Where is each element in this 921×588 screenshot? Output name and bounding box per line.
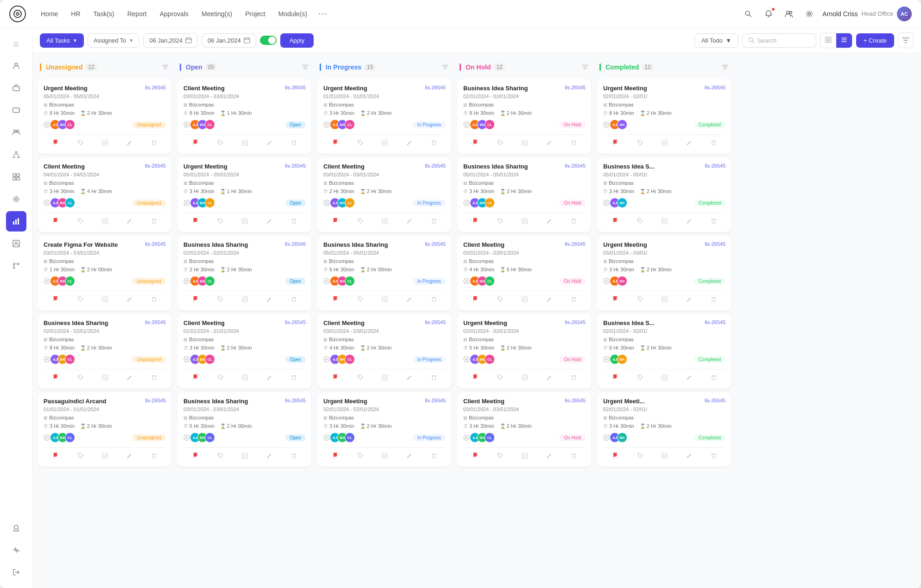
edit-icon[interactable] <box>683 452 695 461</box>
delete-icon[interactable] <box>289 374 299 383</box>
delete-icon[interactable] <box>568 374 579 383</box>
edit-icon[interactable] <box>404 217 415 226</box>
task-card[interactable]: Create Figma For Website lls-26545 03/01… <box>38 236 171 310</box>
flag-icon[interactable] <box>190 295 201 305</box>
filter-button[interactable] <box>898 32 914 48</box>
edit-icon[interactable] <box>124 452 135 461</box>
tag-icon[interactable] <box>494 374 506 383</box>
flag-icon[interactable] <box>190 373 201 383</box>
task-card[interactable]: Urgent Meeting lls-26545 05/01/2024 - 05… <box>178 157 311 232</box>
edit-icon[interactable] <box>264 139 275 148</box>
add-avatar-icon[interactable] <box>44 200 50 206</box>
checklist-icon[interactable] <box>99 295 111 305</box>
add-avatar-icon[interactable] <box>183 121 190 128</box>
edit-icon[interactable] <box>124 217 135 226</box>
search-icon-btn[interactable] <box>741 6 756 21</box>
task-card[interactable]: Client Meeting lls-26545 01/01/2024 - 01… <box>178 314 311 388</box>
tag-icon[interactable] <box>634 295 646 305</box>
edit-icon[interactable] <box>404 374 415 383</box>
add-avatar-icon[interactable] <box>44 434 50 441</box>
tag-icon[interactable] <box>214 139 226 148</box>
add-avatar-icon[interactable] <box>603 356 610 363</box>
checklist-icon[interactable] <box>519 139 530 148</box>
task-card[interactable]: Client Meeting lls-26545 03/01/2024 - 03… <box>178 79 311 154</box>
checklist-icon[interactable] <box>99 452 111 461</box>
task-card[interactable]: Urgent Meeting lls-26545 01/01/2024 - 01… <box>318 79 451 154</box>
sidebar-git[interactable] <box>6 256 26 276</box>
checklist-icon[interactable] <box>239 374 251 383</box>
task-card[interactable]: Client Meeting lls-26545 03/01/2024 - 03… <box>458 236 591 310</box>
add-avatar-icon[interactable] <box>603 278 610 284</box>
tag-icon[interactable] <box>214 452 226 461</box>
tag-icon[interactable] <box>75 295 86 305</box>
flag-icon[interactable] <box>610 451 621 461</box>
add-avatar-icon[interactable] <box>603 121 610 128</box>
flag-icon[interactable] <box>50 373 61 383</box>
checklist-icon[interactable] <box>379 295 391 305</box>
logo[interactable] <box>9 6 26 22</box>
delete-icon[interactable] <box>149 139 159 148</box>
sidebar-chart[interactable] <box>6 211 26 231</box>
flag-icon[interactable] <box>610 373 621 383</box>
add-avatar-icon[interactable] <box>323 278 330 284</box>
task-card[interactable]: Business Idea Sharing lls-26545 02/01/20… <box>458 79 591 154</box>
sidebar-home[interactable]: ⌂ <box>6 33 26 54</box>
task-card[interactable]: Business Idea Sharing lls-26545 05/01/20… <box>458 157 591 232</box>
date-to-picker[interactable]: 06 Jan,2024 <box>202 33 256 48</box>
edit-icon[interactable] <box>264 217 275 226</box>
tag-icon[interactable] <box>494 217 506 226</box>
delete-icon[interactable] <box>429 139 439 148</box>
tag-icon[interactable] <box>634 452 646 461</box>
add-avatar-icon[interactable] <box>463 434 470 441</box>
edit-icon[interactable] <box>543 217 555 226</box>
checklist-icon[interactable] <box>239 139 251 148</box>
delete-icon[interactable] <box>568 217 579 226</box>
edit-icon[interactable] <box>683 217 695 226</box>
tag-icon[interactable] <box>75 217 86 226</box>
nav-meetings[interactable]: Meeting(s) <box>196 7 238 20</box>
tag-icon[interactable] <box>634 217 646 226</box>
add-avatar-icon[interactable] <box>44 278 50 284</box>
task-card[interactable]: Business Idea S... lls-26545 05/01/2024 … <box>598 157 731 232</box>
flag-icon[interactable] <box>610 295 621 305</box>
flag-icon[interactable] <box>50 138 61 148</box>
delete-icon[interactable] <box>289 295 299 305</box>
tag-icon[interactable] <box>354 374 366 383</box>
delete-icon[interactable] <box>708 374 719 383</box>
tag-icon[interactable] <box>354 295 366 305</box>
date-from-picker[interactable]: 06 Jan,2024 <box>143 33 198 48</box>
flag-icon[interactable] <box>330 138 341 148</box>
sidebar-wallet[interactable] <box>6 100 26 120</box>
add-avatar-icon[interactable] <box>603 200 610 206</box>
tag-icon[interactable] <box>214 295 226 305</box>
tag-icon[interactable] <box>494 139 506 148</box>
add-avatar-icon[interactable] <box>463 200 470 206</box>
task-card[interactable]: Passaguindici Arcand lls-26545 01/01/202… <box>38 392 171 467</box>
sidebar-user[interactable] <box>6 56 26 76</box>
add-avatar-icon[interactable] <box>183 434 190 441</box>
add-avatar-icon[interactable] <box>44 121 50 128</box>
edit-icon[interactable] <box>683 374 695 383</box>
tag-icon[interactable] <box>354 217 366 226</box>
tag-icon[interactable] <box>75 374 86 383</box>
flag-icon[interactable] <box>470 373 481 383</box>
sidebar-settings[interactable] <box>6 189 26 209</box>
add-avatar-icon[interactable] <box>323 356 330 363</box>
delete-icon[interactable] <box>568 139 579 148</box>
checklist-icon[interactable] <box>239 452 251 461</box>
nav-tasks[interactable]: Task(s) <box>88 7 120 20</box>
tag-icon[interactable] <box>494 295 506 305</box>
checklist-icon[interactable] <box>99 374 111 383</box>
delete-icon[interactable] <box>708 452 719 461</box>
nav-more-dots[interactable]: ··· <box>315 6 332 21</box>
flag-icon[interactable] <box>50 451 61 461</box>
flag-icon[interactable] <box>330 217 341 226</box>
col-collapse-btn[interactable] <box>720 63 730 72</box>
checklist-icon[interactable] <box>379 452 391 461</box>
tag-icon[interactable] <box>75 139 86 148</box>
edit-icon[interactable] <box>124 374 135 383</box>
edit-icon[interactable] <box>543 139 555 148</box>
apply-button[interactable]: Apply <box>280 33 314 48</box>
tag-icon[interactable] <box>634 139 646 148</box>
add-avatar-icon[interactable] <box>463 278 470 284</box>
